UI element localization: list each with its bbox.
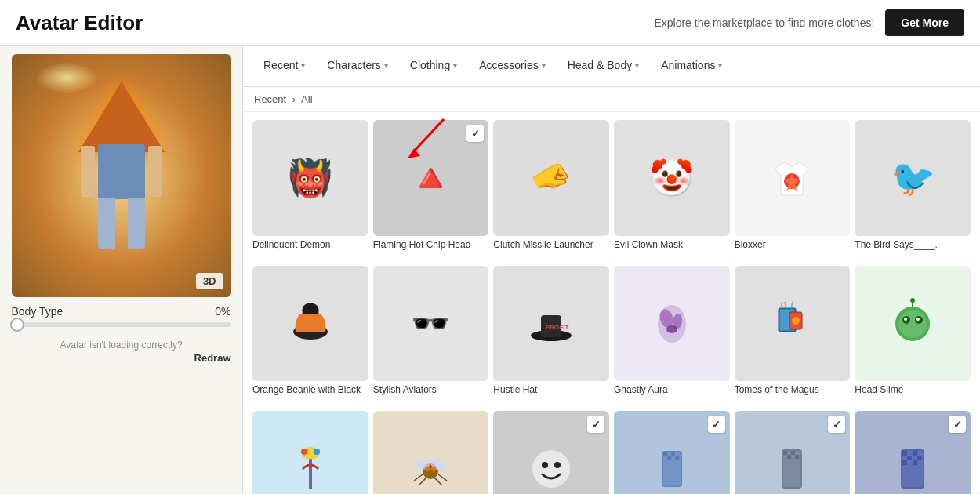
item-thumb-r3-5: ✓ [735,411,851,494]
item-card-stylish-aviators[interactable]: 🕶️ Stylish Aviators [373,266,489,407]
item-card-r3-4[interactable]: ✓ [614,411,730,494]
item-card-r3-1[interactable] [252,411,368,494]
item-card-ghastly-aura[interactable]: Ghastly Aura [614,266,730,407]
svg-rect-54 [795,455,799,459]
tab-animations[interactable]: Animations ▾ [650,46,733,86]
item-icon-stylish-aviators: 🕶️ [411,305,450,342]
svg-rect-62 [913,460,917,465]
svg-point-42 [554,462,561,468]
item-card-flaming-hot-chip[interactable]: 🔺 ✓ Flaming Hot Chip Head [373,120,489,261]
svg-point-30 [314,449,320,455]
slider-thumb[interactable] [10,318,24,332]
item-icon-bloxxer [767,153,817,203]
chevron-down-icon: ▾ [453,61,457,70]
item-thumb-tomes-magus [735,266,851,382]
tab-characters[interactable]: Characters ▾ [316,46,398,86]
item-thumb-stylish-aviators: 🕶️ [373,266,489,382]
body-type-slider[interactable] [12,322,231,327]
top-bar-right: Explore the marketplace to find more clo… [654,9,964,36]
item-card-clutch-missile[interactable]: 🤜 Clutch Missile Launcher [493,120,609,261]
svg-point-20 [898,310,927,338]
item-label-evil-clown: Evil Clown Mask [614,239,730,261]
item-card-r3-6[interactable]: ✓ [855,411,971,494]
nav-tabs: Recent ▾ Characters ▾ Clothing ▾ Accesso… [243,46,980,87]
sidebar: 3D Body Type 0% Avatar isn't loading cor… [0,46,243,493]
item-icon-r3-2 [405,443,456,494]
svg-point-35 [431,467,436,471]
item-icon-r3-3 [525,443,577,494]
item-card-head-slime[interactable]: Head Slime [855,266,971,407]
avatar-figure [67,82,176,270]
check-badge-flaming-hot-chip: ✓ [466,125,484,142]
item-thumb-orange-beanie [252,266,368,382]
tab-accessories[interactable]: Accessories ▾ [468,46,556,86]
item-icon-orange-beanie [283,296,338,351]
chevron-down-icon: ▾ [384,61,388,70]
tab-recent[interactable]: Recent ▾ [252,46,316,86]
item-thumb-delinquent-demon: 👹 [252,120,368,236]
chevron-down-icon: ▾ [718,61,722,70]
item-label-hustle-hat: Hustle Hat [493,384,609,406]
breadcrumb-separator: › [292,93,296,105]
svg-rect-45 [663,452,667,456]
item-card-delinquent-demon[interactable]: 👹 Delinquent Demon [252,120,368,261]
item-thumb-r3-2 [373,411,489,494]
item-icon-r3-5 [766,443,818,494]
item-card-orange-beanie[interactable]: Orange Beanie with Black [252,266,368,407]
item-card-tomes-magus[interactable]: Tomes of the Magus [735,266,851,407]
item-card-r3-5[interactable]: ✓ [735,411,851,494]
items-grid: 👹 Delinquent Demon 🔺 ✓ Flaming Hot Chip … [252,120,971,494]
avatar-body [98,144,145,199]
item-card-bloxxer[interactable]: Bloxxer [735,120,851,261]
svg-line-36 [414,474,423,481]
tab-head-body[interactable]: Head & Body ▾ [557,46,651,86]
svg-line-37 [419,478,426,485]
get-more-button[interactable]: Get More [885,9,964,36]
breadcrumb: Recent › All [243,87,980,112]
avatar-left-arm [81,146,95,197]
item-thumb-r3-1 [252,411,368,494]
tab-clothing[interactable]: Clothing ▾ [399,46,468,86]
item-card-bird-says[interactable]: 🐦 The Bird Says____. [855,120,971,261]
item-icon-clutch-missile: 🤜 [525,152,578,204]
item-label-head-slime: Head Slime [855,384,971,406]
item-label-orange-beanie: Orange Beanie with Black [252,384,368,406]
svg-rect-52 [791,451,795,455]
item-card-hustle-hat[interactable]: PROFIT Hustle Hat [493,266,609,407]
item-thumb-clutch-missile: 🤜 [493,120,609,236]
breadcrumb-part-1[interactable]: Recent [254,93,286,105]
item-label-flaming-hot-chip: Flaming Hot Chip Head [373,239,489,261]
item-card-r3-2[interactable] [373,411,489,494]
items-grid-wrapper: 👹 Delinquent Demon 🔺 ✓ Flaming Hot Chip … [243,112,980,494]
item-thumb-bloxxer [735,120,851,236]
avatar-right-arm [148,146,162,197]
svg-point-24 [916,318,920,321]
item-label-tomes-magus: Tomes of the Magus [735,384,851,406]
avatar-head [78,82,165,152]
item-thumb-flaming-hot-chip: 🔺 ✓ [373,120,489,236]
svg-point-11 [666,325,677,333]
item-icon-r3-6 [887,443,938,494]
svg-rect-51 [783,451,787,455]
item-thumb-evil-clown: 🤡 [614,120,730,236]
svg-rect-57 [902,451,907,456]
item-label-bloxxer: Bloxxer [735,239,851,261]
svg-point-23 [904,318,907,321]
item-icon-flaming-hot-chip: 🔺 [406,155,455,201]
redraw-button[interactable]: Redraw [12,352,231,364]
marketplace-text: Explore the marketplace to find more clo… [654,16,874,29]
check-badge-r3-5: ✓ [828,416,845,433]
item-icon-head-slime [885,296,940,351]
item-thumb-ghastly-aura [614,266,730,382]
avatar-right-leg [128,198,145,249]
svg-rect-58 [913,451,917,456]
avatar-preview: 3D [12,54,231,297]
breadcrumb-part-2[interactable]: All [301,93,312,105]
item-card-evil-clown[interactable]: 🤡 Evil Clown Mask [614,120,730,261]
tab-recent-label: Recent [263,59,298,71]
tab-animations-label: Animations [661,59,715,71]
check-badge-r3-3: ✓ [587,416,604,433]
main-layout: 3D Body Type 0% Avatar isn't loading cor… [0,46,980,493]
svg-point-40 [532,450,570,488]
item-card-r3-3[interactable]: ✓ [493,411,609,494]
